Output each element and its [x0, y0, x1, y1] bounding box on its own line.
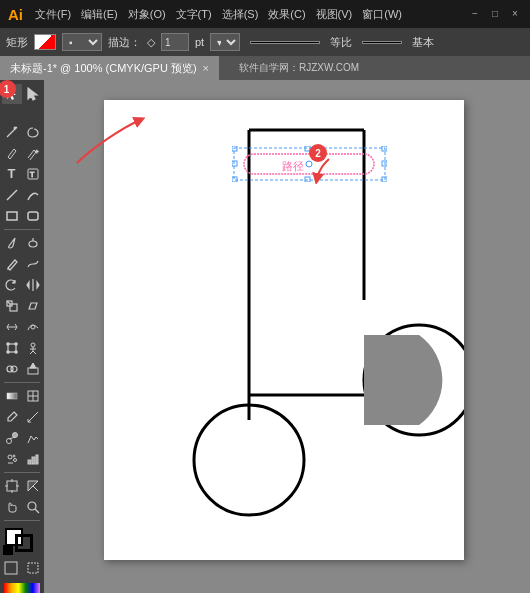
scale-button[interactable] [2, 296, 22, 316]
arc-button[interactable] [23, 185, 43, 205]
paintbrush-button[interactable] [2, 233, 22, 253]
svg-rect-53 [36, 455, 38, 464]
svg-marker-36 [30, 363, 36, 368]
reset-colors[interactable] [3, 545, 13, 555]
tool-row-4: T T [1, 164, 43, 184]
tool-row-16 [1, 428, 43, 448]
svg-rect-18 [10, 304, 17, 311]
magic-wand-button[interactable] [2, 122, 22, 142]
symbol-sprayer-button[interactable] [2, 449, 22, 469]
maximize-button[interactable]: □ [488, 7, 502, 21]
stroke-unit: pt [195, 36, 204, 48]
svg-point-44 [6, 438, 11, 443]
menu-effect[interactable]: 效果(C) [268, 7, 305, 22]
view-mode-row [1, 558, 43, 578]
fill-swatch[interactable] [34, 34, 56, 50]
svg-point-24 [6, 343, 8, 345]
gradient-button[interactable] [2, 386, 22, 406]
artboard-tool-button[interactable] [2, 476, 22, 496]
options-bar: 矩形 ▪ 描边： ◇ pt ▾ 等比 基本 [0, 28, 530, 56]
menu-object[interactable]: 对象(O) [128, 7, 166, 22]
svg-point-45 [12, 432, 17, 437]
line-segment-button[interactable] [2, 185, 22, 205]
svg-point-48 [13, 455, 15, 457]
svg-rect-68 [364, 335, 419, 425]
lasso-button[interactable] [23, 122, 43, 142]
arrow-indicator-row [1, 105, 43, 121]
rounded-rect-button[interactable] [23, 206, 43, 226]
rotate-button[interactable] [2, 275, 22, 295]
selection-tool-button[interactable]: 1 [2, 84, 22, 104]
svg-marker-1 [28, 88, 37, 100]
svg-line-9 [7, 190, 17, 200]
active-tab[interactable]: 未标题-1* @ 100% (CMYK/GPU 预览) × [0, 56, 219, 80]
svg-line-46 [9, 437, 15, 439]
zoom-button[interactable] [23, 497, 43, 517]
normal-mode-button[interactable] [1, 558, 21, 578]
svg-point-26 [14, 351, 16, 353]
live-paint-button[interactable] [23, 359, 43, 379]
menu-edit[interactable]: 编辑(E) [81, 7, 118, 22]
menu-file[interactable]: 文件(F) [35, 7, 71, 22]
svg-point-47 [8, 455, 12, 459]
svg-line-41 [28, 412, 38, 422]
blob-brush-button[interactable] [23, 233, 43, 253]
tool-row-5 [1, 185, 43, 205]
hand-button[interactable] [2, 497, 22, 517]
svg-rect-11 [28, 212, 38, 220]
tab-title: 未标题-1* @ 100% (CMYK/GPU 预览) [10, 56, 197, 80]
shear-button[interactable] [23, 296, 43, 316]
menu-type[interactable]: 文字(T) [176, 7, 212, 22]
minimize-button[interactable]: − [468, 7, 482, 21]
tool-row-11 [1, 317, 43, 337]
direct-selection-tool-button[interactable] [23, 84, 43, 104]
separator-3 [4, 472, 40, 473]
slice-tool-button[interactable] [23, 476, 43, 496]
stroke-value-input[interactable] [161, 33, 189, 51]
svg-line-2 [7, 129, 15, 137]
shape-builder-button[interactable] [2, 359, 22, 379]
stroke-box[interactable] [15, 534, 33, 552]
free-transform-button[interactable] [2, 338, 22, 358]
svg-point-79 [306, 161, 312, 167]
badge-1: 1 [0, 80, 16, 98]
svg-rect-37 [7, 393, 17, 399]
draw-behind-button[interactable] [23, 558, 43, 578]
svg-rect-62 [28, 563, 38, 573]
width-tool-button[interactable] [2, 317, 22, 337]
reflect-button[interactable] [23, 275, 43, 295]
stroke-icon: ◇ [147, 36, 155, 49]
mesh-tool-button[interactable] [23, 386, 43, 406]
menu-view[interactable]: 视图(V) [316, 7, 353, 22]
close-button[interactable]: × [508, 7, 522, 21]
svg-point-12 [29, 241, 37, 247]
type-tool-button[interactable]: T [2, 164, 22, 184]
column-graph-button[interactable] [23, 449, 43, 469]
menu-select[interactable]: 选择(S) [222, 7, 259, 22]
measure-button[interactable] [23, 407, 43, 427]
area-type-button[interactable]: T [23, 164, 43, 184]
separator-1 [4, 229, 40, 230]
pen-tool-button[interactable] [2, 143, 22, 163]
svg-rect-35 [28, 368, 38, 374]
blend-button[interactable] [2, 428, 22, 448]
eyedropper-button[interactable] [2, 407, 22, 427]
main-area: 1 + [0, 80, 530, 593]
tool-row-10 [1, 296, 43, 316]
stroke-dropdown[interactable]: ▪ [62, 33, 102, 51]
add-anchor-button[interactable]: + [23, 143, 43, 163]
stroke-unit-dropdown[interactable]: ▾ [210, 33, 240, 51]
menu-window[interactable]: 窗口(W) [362, 7, 402, 22]
window-controls[interactable]: − □ × [468, 7, 522, 21]
tool-row-17 [1, 449, 43, 469]
pencil-button[interactable] [2, 254, 22, 274]
tool-row-19 [1, 497, 43, 517]
rectangle-button[interactable] [2, 206, 22, 226]
menu-bar[interactable]: 文件(F) 编辑(E) 对象(O) 文字(T) 选择(S) 效果(C) 视图(V… [35, 7, 402, 22]
puppet-warp-button[interactable] [23, 338, 43, 358]
smooth-button[interactable] [23, 254, 43, 274]
auto-trace-button[interactable] [23, 428, 43, 448]
tab-close-button[interactable]: × [203, 56, 209, 80]
tool-row-9 [1, 275, 43, 295]
warp-button[interactable] [23, 317, 43, 337]
